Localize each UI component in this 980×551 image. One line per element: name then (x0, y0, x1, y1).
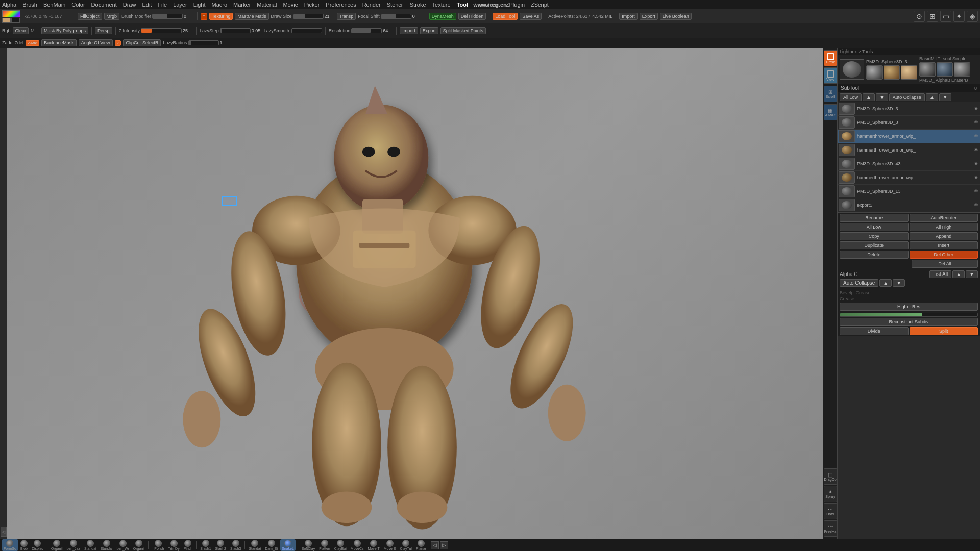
auto-reorder-btn[interactable]: AutoReorder (910, 214, 978, 222)
visibility-icon[interactable]: 👁 (974, 175, 979, 180)
subtool-item[interactable]: hammerthrower_armor_wip_ 👁 (838, 130, 980, 143)
brush-move-e[interactable]: Move E (382, 539, 398, 551)
alpha-auto-collapse-btn[interactable]: Auto Collapse (840, 279, 878, 287)
brush-dam-si[interactable]: Dam_Si (263, 539, 279, 551)
arrow-up2-btn[interactable]: ▲ (926, 93, 938, 101)
menu-stroke[interactable]: Stroke (410, 2, 426, 8)
menu-zplugin[interactable]: ZPlugin (506, 2, 525, 8)
aimalf-mode-btn[interactable]: ▦ AiMalf (824, 104, 837, 120)
brush-flatten[interactable]: Flatten (317, 539, 331, 551)
divide-btn[interactable]: Divide (840, 327, 909, 335)
clear-btn[interactable]: Clear (13, 27, 29, 34)
import-btn[interactable]: Import (619, 13, 638, 20)
zsub-btn[interactable]: Z (115, 40, 121, 46)
all-high-btn[interactable]: All High (910, 223, 978, 231)
brush-formso[interactable]: FormSo (2, 539, 18, 551)
draw-size-slider[interactable] (293, 14, 324, 19)
subtool-item[interactable]: PM3D_Sphere3D_3 👁 (838, 102, 980, 116)
perspective-icon[interactable]: ⊙ (914, 11, 925, 22)
brush-standai[interactable]: Standai (83, 539, 98, 551)
brush-move-t[interactable]: Move T (366, 539, 381, 551)
rename-btn[interactable]: Rename (840, 214, 909, 222)
menu-draw[interactable]: Draw (123, 2, 136, 8)
save-as-btn[interactable]: Save As (520, 13, 542, 20)
alpha-arr-up2-btn[interactable]: ▲ (879, 279, 892, 287)
subtool-item[interactable]: hammerthrower_armor_wip_ 👁 (838, 171, 980, 185)
brush-claybui[interactable]: ClayBui (333, 539, 348, 551)
draw-mode-btn[interactable]: Draw (824, 50, 837, 66)
alpha-preview-2[interactable] (937, 62, 953, 77)
tool-thumbnail[interactable] (840, 59, 864, 80)
subtool-item[interactable]: export1 👁 (838, 198, 980, 212)
mastme-btn[interactable]: MastMe Matls (235, 13, 268, 20)
menu-layer[interactable]: Layer (173, 2, 187, 8)
menu-benmain[interactable]: BenMain (43, 2, 65, 8)
view-mode-btn[interactable]: View (824, 67, 837, 84)
subtool-item[interactable]: PM3D_Sphere3D_13 👁 (838, 185, 980, 198)
mat-preview-3[interactable] (901, 65, 917, 80)
brush-next-btn[interactable]: ▷ (440, 541, 448, 549)
visibility-icon[interactable]: 👁 (974, 161, 979, 166)
dragdo-btn[interactable]: ◫ DragDo (824, 468, 837, 485)
brush-organic1[interactable]: Organil (50, 539, 64, 551)
menu-macro[interactable]: Macro (212, 2, 228, 8)
import2-btn[interactable]: Import (400, 27, 418, 34)
menu-zscript[interactable]: ZScript (531, 2, 549, 8)
persp-btn[interactable]: Persp (95, 27, 112, 34)
export-btn[interactable]: Export (640, 13, 658, 20)
brush-claytul[interactable]: ClayTul (398, 539, 413, 551)
insert-btn[interactable]: Insert (910, 241, 978, 249)
alpha-list-all-btn[interactable]: List All (929, 270, 951, 278)
brush-planar[interactable]: Planar (414, 539, 428, 551)
menu-marker[interactable]: Marker (233, 2, 251, 8)
brush-slash3[interactable]: Slash3 (229, 539, 242, 551)
menu-material[interactable]: Material (257, 2, 277, 8)
subtool-item[interactable]: PM3D_Sphere3D_43 👁 (838, 157, 980, 171)
backfacemask-btn[interactable]: BackfaceMask (41, 39, 77, 46)
brush-hpolish[interactable]: hPolish (151, 539, 165, 551)
clipcur-btn[interactable]: ClipCur SelectR (123, 39, 161, 46)
arrow-up-btn[interactable]: ▲ (863, 93, 875, 101)
texturing-btn[interactable]: Texturing (209, 13, 233, 20)
export2-btn[interactable]: Export (420, 27, 438, 34)
alpha-arr-down2-btn[interactable]: ▼ (893, 279, 905, 287)
subtool-item[interactable]: hammerthrower_armor_wip_ 👁 (838, 143, 980, 157)
higher-res-btn[interactable]: Higher Res (840, 303, 978, 311)
light-icon[interactable]: ✦ (953, 11, 965, 22)
split-masked-btn[interactable]: Split Masked Points (440, 27, 486, 34)
menu-stencil[interactable]: Stencil (387, 2, 404, 8)
menu-picker[interactable]: Picker (304, 2, 320, 8)
delete-btn[interactable]: Delete (840, 251, 909, 259)
menu-render[interactable]: Render (362, 2, 381, 8)
menu-color[interactable]: Color (71, 2, 85, 8)
auto-collapse-btn[interactable]: Auto Collapse (889, 93, 925, 101)
arrow-down-btn[interactable]: ▼ (876, 93, 888, 101)
brush-displac[interactable]: Displac (30, 539, 45, 551)
mat-preview-2[interactable] (884, 65, 900, 80)
lazy-step-slider[interactable] (220, 28, 251, 33)
menu-edit[interactable]: Edit (142, 2, 152, 8)
brush-ben-jaz[interactable]: ben_Jaz (65, 539, 81, 551)
reconstruct-subdiv-btn[interactable]: Reconstruct Subdiv (840, 318, 978, 326)
brush-prev-btn[interactable]: ◁ (431, 541, 439, 549)
load-tool-btn[interactable]: Load Tool (493, 13, 518, 20)
main-color[interactable] (2, 18, 11, 23)
alpha-arr-down-btn[interactable]: ▼ (966, 270, 978, 278)
menu-file[interactable]: File (158, 2, 167, 8)
copy-subtool-btn[interactable]: Copy (840, 232, 909, 240)
dots-btn[interactable]: ⋯ Dots (824, 503, 837, 519)
menu-alpha[interactable]: Alpha (2, 2, 16, 8)
alpha-arr-up-btn[interactable]: ▲ (952, 270, 965, 278)
brush-modifier-slider[interactable] (152, 14, 183, 19)
brush-organil2[interactable]: Organil (132, 539, 146, 551)
grid-icon[interactable]: ⊞ (927, 11, 938, 22)
visibility-icon[interactable]: 👁 (974, 203, 979, 208)
angle-of-view-btn[interactable]: Angle Of View (79, 39, 113, 46)
dynmesh-btn[interactable]: DynaMesh (429, 13, 456, 20)
brush-slash1[interactable]: Slash1 (199, 539, 212, 551)
subtool-item[interactable]: PM3D_Sphere3D_8 👁 (838, 116, 980, 130)
focal-shift-slider[interactable] (381, 14, 411, 19)
brush-blob[interactable]: Blob (19, 539, 29, 551)
transp-btn[interactable]: Transp (337, 13, 356, 20)
del-all-btn[interactable]: Del All (912, 260, 978, 268)
